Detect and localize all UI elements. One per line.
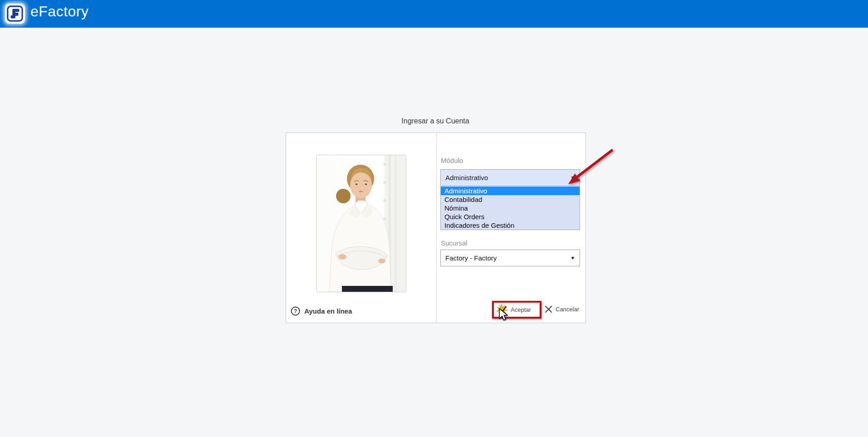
help-label: Ayuda en línea (304, 307, 352, 315)
module-option[interactable]: Nómina (441, 204, 580, 212)
spark-check-icon (495, 303, 509, 317)
module-select[interactable]: Administrativo ▼ (440, 169, 580, 186)
branch-select[interactable]: Factory - Factory ▼ (440, 250, 580, 266)
module-option-list: Administrativo Contabilidad Nómina Quick… (440, 187, 580, 230)
accept-annotation-box: Aceptar (492, 301, 541, 319)
user-photo-illustration (317, 155, 406, 292)
help-link[interactable]: ? Ayuda en línea (291, 306, 352, 316)
user-photo (316, 155, 406, 292)
cancel-label: Cancelar (556, 306, 579, 313)
login-card: ? Ayuda en línea Módulo Administrativo ▼… (286, 133, 586, 323)
card-divider (436, 133, 437, 323)
accept-button[interactable]: Aceptar (494, 303, 531, 317)
question-circle-icon: ? (291, 306, 300, 316)
login-screen: eFactory Ingresar a su Cuenta (0, 0, 868, 437)
x-icon (545, 305, 552, 313)
cancel-button[interactable]: Cancelar (545, 305, 579, 313)
chevron-down-icon: ▼ (571, 176, 575, 180)
efactory-logo-icon (5, 4, 25, 24)
chevron-down-icon: ▼ (571, 256, 575, 260)
module-option[interactable]: Contabilidad (441, 195, 580, 204)
app-title: eFactory (30, 3, 88, 20)
module-selected-value: Administrativo (445, 174, 488, 182)
module-option[interactable]: Administrativo (441, 187, 580, 195)
page-title: Ingresar a su Cuenta (285, 117, 585, 125)
module-label: Módulo (441, 157, 463, 164)
logo-f-glyph (6, 5, 24, 22)
module-option[interactable]: Quick Orders (441, 212, 580, 221)
accept-label: Aceptar (511, 306, 531, 313)
svg-text:?: ? (294, 308, 297, 314)
app-header: eFactory (0, 0, 868, 28)
module-option[interactable]: Indicadores de Gestión (441, 221, 580, 230)
branch-selected-value: Factory - Factory (445, 254, 497, 262)
branch-label: Sucursal (441, 239, 467, 247)
